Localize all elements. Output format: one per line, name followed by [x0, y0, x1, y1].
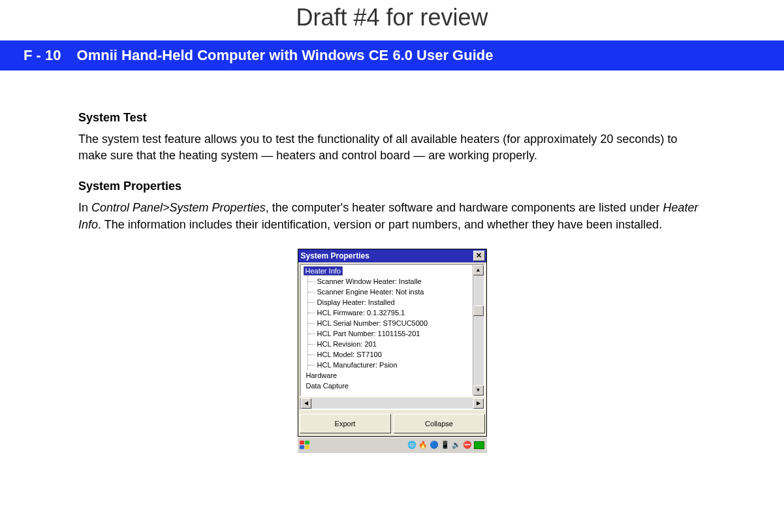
alert-icon[interactable]: ⛔: [463, 441, 472, 450]
device-icon[interactable]: 📱: [441, 441, 450, 450]
page-number: F - 10: [24, 47, 61, 63]
para-system-properties: In Control Panel>System Properties, the …: [78, 200, 706, 232]
battery-icon[interactable]: [474, 441, 484, 449]
arrow-down-icon: ▼: [476, 387, 481, 393]
scroll-right-button[interactable]: ▶: [473, 398, 484, 409]
arrow-up-icon: ▲: [476, 267, 481, 273]
tree-root-heater-info[interactable]: Heater Info: [304, 266, 343, 275]
tree-item[interactable]: HCL Revision: 201: [308, 339, 484, 349]
tree-item[interactable]: HCL Model: ST7100: [308, 349, 484, 360]
para-system-test: The system test feature allows you to te…: [78, 131, 706, 164]
scroll-up-button[interactable]: ▲: [473, 265, 484, 275]
arrow-right-icon: ▶: [477, 400, 480, 406]
dialog-button-row: Export Collapse: [298, 411, 486, 436]
header-banner: F - 10 Omnii Hand-Held Computer with Win…: [0, 40, 784, 70]
tree-view[interactable]: Heater Info Scanner Window Heater: Insta…: [300, 264, 485, 397]
dialog-titlebar[interactable]: System Properties ✕: [298, 249, 486, 262]
close-button[interactable]: ✕: [473, 251, 485, 261]
text-italic: Control Panel>System Properties: [91, 201, 266, 214]
tree-item[interactable]: HCL Firmware: 0.1.32795.1: [308, 307, 484, 318]
tree-item[interactable]: HCL Serial Number: ST9CUC5000: [308, 318, 484, 328]
scroll-down-button[interactable]: ▼: [473, 385, 484, 396]
collapse-button[interactable]: Collapse: [394, 414, 485, 433]
vertical-scrollbar[interactable]: ▲ ▼: [473, 265, 484, 396]
export-button[interactable]: Export: [300, 414, 391, 433]
close-icon: ✕: [476, 252, 482, 259]
scroll-left-button[interactable]: ◀: [301, 398, 311, 409]
arrow-left-icon: ◀: [304, 400, 308, 406]
taskbar[interactable]: 🌐 🔥 🔵 📱 🔈 ⛔: [298, 437, 487, 453]
heading-system-properties: System Properties: [78, 180, 706, 193]
tree-item[interactable]: Scanner Engine Heater: Not insta: [308, 287, 484, 297]
start-icon[interactable]: [299, 440, 311, 450]
system-properties-dialog: System Properties ✕ Heater Info Scanner …: [298, 249, 487, 453]
scroll-thumb[interactable]: [473, 305, 484, 316]
text-fragment: , the computer's heater software and har…: [266, 201, 663, 214]
tree-node-hardware[interactable]: Hardware: [304, 370, 484, 381]
page-content: System Test The system test feature allo…: [0, 70, 784, 453]
tree-item[interactable]: HCL Part Number: 1101155-201: [308, 328, 484, 339]
globe-icon[interactable]: 🌐: [407, 441, 416, 450]
doc-title: Omnii Hand-Held Computer with Windows CE…: [77, 47, 494, 63]
network-icon[interactable]: 🔵: [430, 441, 439, 450]
tree-item[interactable]: Scanner Window Heater: Installe: [308, 276, 484, 287]
heading-system-test: System Test: [78, 111, 706, 125]
fire-icon[interactable]: 🔥: [418, 441, 428, 450]
dialog-title: System Properties: [301, 251, 369, 260]
tree-item[interactable]: Display Heater: Installed: [308, 297, 484, 307]
sound-icon[interactable]: 🔈: [452, 441, 461, 450]
tree-node-data-capture[interactable]: Data Capture: [304, 381, 484, 391]
system-tray: 🌐 🔥 🔵 📱 🔈 ⛔: [407, 441, 486, 450]
draft-watermark: Draft #4 for review: [0, 0, 784, 40]
tree-item[interactable]: HCL Manufacturer: Psion: [308, 360, 484, 370]
text-fragment: In: [78, 201, 91, 214]
text-fragment: . The information includes their identif…: [98, 218, 662, 231]
horizontal-scrollbar[interactable]: ◀ ▶: [300, 398, 485, 410]
